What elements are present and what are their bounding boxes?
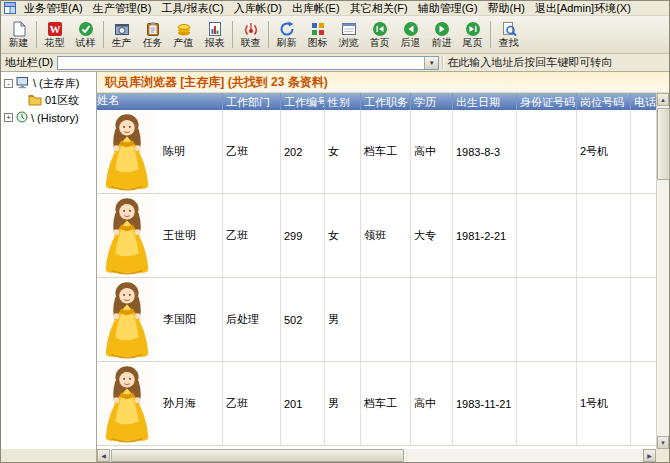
cell-phone [631, 362, 656, 445]
cell-department: 后处理 [223, 278, 281, 361]
column-header[interactable]: 身份证号码 [517, 93, 577, 110]
scroll-down-button[interactable]: ▼ [657, 436, 669, 449]
cell-id-number [517, 110, 577, 193]
column-header[interactable]: 电话 [631, 93, 656, 110]
scrollbar-corner [656, 449, 669, 462]
table-row[interactable]: 陈明 乙班 202 女 档车工 高中 1983-8-3 2号机 [97, 110, 656, 194]
column-header[interactable]: 出生日期 [453, 93, 517, 110]
first-page-button-label: 首页 [370, 37, 390, 49]
last-page-button-label: 尾页 [463, 37, 483, 49]
task-button-label: 任务 [143, 37, 163, 49]
query-button-label: 联查 [241, 37, 261, 49]
cell-phone [631, 110, 656, 193]
new-button[interactable]: 新建 [3, 17, 34, 52]
menu-production[interactable]: 生产管理(B) [88, 1, 157, 16]
icons-button-label: 图标 [308, 37, 328, 49]
cell-gender: 男 [325, 362, 361, 445]
task-button[interactable]: 任务 [137, 17, 168, 52]
pattern-button[interactable]: W 花型 [39, 17, 70, 52]
cell-birth-date [453, 278, 517, 361]
refresh-button[interactable]: 刷新 [271, 17, 302, 52]
table-body: 陈明 乙班 202 女 档车工 高中 1983-8-3 2号机 [97, 110, 656, 446]
first-page-button[interactable]: 首页 [364, 17, 395, 52]
employee-name: 王世明 [163, 228, 196, 243]
menu-auxiliary[interactable]: 辅助管理(G) [413, 1, 483, 16]
cell-id-number [517, 194, 577, 277]
svg-text:W: W [49, 23, 60, 35]
table-row[interactable]: 王世明 乙班 299 女 领班 大专 1981-2-21 [97, 194, 656, 278]
address-dropdown-button[interactable]: ▼ [424, 57, 438, 69]
output-coins-icon [176, 20, 192, 37]
output-button[interactable]: 产值 [168, 17, 199, 52]
back-button-label: 后退 [401, 37, 421, 49]
tree-item-history[interactable]: + \ (History) [4, 109, 96, 126]
toolbar-separator [103, 21, 104, 48]
forward-button[interactable]: 前进 [426, 17, 457, 52]
cell-phone [631, 194, 656, 277]
sample-button[interactable]: 试样 [70, 17, 101, 52]
scroll-left-button[interactable]: ◀ [97, 449, 110, 462]
address-separator [442, 56, 444, 69]
find-button-label: 查找 [499, 37, 519, 49]
horizontal-scroll-track[interactable] [110, 449, 643, 462]
column-header[interactable]: 工作编号 [281, 93, 325, 110]
cell-birth-date: 1983-11-21 [453, 362, 517, 445]
app-window: 业务管理(A) 生产管理(B) 工具/报表(C) 入库帐(D) 出库帐(E) 其… [0, 0, 670, 463]
menu-help[interactable]: 帮助(H) [483, 1, 530, 16]
cell-station-number: 2号机 [577, 110, 631, 193]
menu-outbound[interactable]: 出库帐(E) [287, 1, 345, 16]
scroll-up-button[interactable]: ▲ [657, 93, 669, 106]
employee-photo [98, 363, 156, 445]
employee-table: 姓名工作部门工作编号性别工作职务学历出生日期身份证号码岗位号码电话 [97, 93, 656, 449]
cell-gender: 女 [325, 110, 361, 193]
cell-job-title: 档车工 [361, 110, 411, 193]
query-button[interactable]: 联查 [235, 17, 266, 52]
signal-icon [243, 20, 259, 37]
production-button[interactable]: 生产 [106, 17, 137, 52]
vertical-scroll-track[interactable] [657, 106, 669, 436]
column-header[interactable]: 姓名 [97, 93, 223, 110]
scroll-right-button[interactable]: ▶ [643, 449, 656, 462]
cell-station-number: 1号机 [577, 362, 631, 445]
menu-exit-admin[interactable]: 退出[Admin]环境(X) [530, 1, 636, 16]
first-page-icon [372, 20, 388, 37]
menu-other[interactable]: 其它相关(F) [345, 1, 413, 16]
address-input[interactable]: ▼ [57, 56, 439, 70]
menu-tools-reports[interactable]: 工具/报表(C) [156, 1, 228, 16]
find-button[interactable]: 查找 [493, 17, 524, 52]
horizontal-scroll-thumb[interactable] [111, 449, 404, 462]
column-header[interactable]: 学历 [411, 93, 453, 110]
column-header[interactable]: 岗位号码 [577, 93, 631, 110]
browse-button[interactable]: 浏览 [333, 17, 364, 52]
cell-work-number: 299 [281, 194, 325, 277]
table-row[interactable]: 李国阳 后处理 502 男 [97, 278, 656, 362]
expand-icon[interactable]: + [4, 113, 13, 122]
tree-item-main-store[interactable]: - \ (主存库) [4, 75, 96, 92]
table-row[interactable]: 孙月海 乙班 201 男 档车工 高中 1983-11-21 1号机 [97, 362, 656, 446]
collapse-icon[interactable]: - [4, 79, 13, 88]
last-page-button[interactable]: 尾页 [457, 17, 488, 52]
sample-check-icon [78, 20, 94, 37]
menu-business[interactable]: 业务管理(A) [19, 1, 88, 16]
vertical-scroll-thumb[interactable] [657, 108, 670, 180]
bottom-left-spacer [1, 449, 97, 462]
vertical-scrollbar[interactable]: ▲ ▼ [656, 93, 669, 449]
column-header[interactable]: 工作部门 [223, 93, 281, 110]
horizontal-scrollbar[interactable]: ◀ ▶ [97, 449, 656, 462]
cell-phone [631, 278, 656, 361]
address-value[interactable] [58, 57, 424, 69]
column-header[interactable]: 性别 [325, 93, 361, 110]
employee-name: 李国阳 [163, 312, 196, 327]
menu-inbound[interactable]: 入库帐(D) [229, 1, 287, 16]
tree-item-zone[interactable]: 01区纹 [4, 92, 96, 109]
refresh-icon [279, 20, 295, 37]
report-button[interactable]: 报表 [199, 17, 230, 52]
icons-button[interactable]: 图标 [302, 17, 333, 52]
cell-station-number [577, 278, 631, 361]
cell-name: 陈明 [97, 110, 223, 193]
tree-item-label: \ (History) [31, 112, 79, 124]
cell-department: 乙班 [223, 194, 281, 277]
back-button[interactable]: 后退 [395, 17, 426, 52]
column-header[interactable]: 工作职务 [361, 93, 411, 110]
app-menu-icon[interactable] [4, 2, 16, 14]
